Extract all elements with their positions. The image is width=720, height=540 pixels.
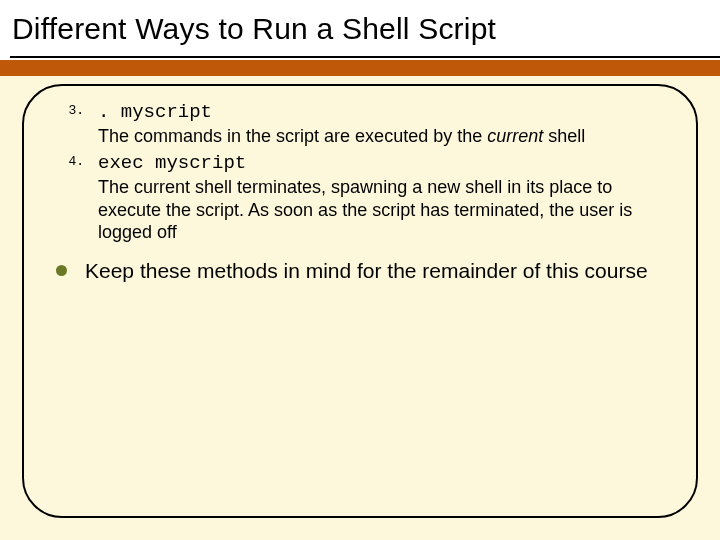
description-text: The current shell terminates, spawning a… — [98, 177, 632, 242]
bullet-text: Keep these methods in mind for the remai… — [85, 258, 648, 284]
list-item: 4. exec myscript The current shell termi… — [52, 151, 668, 243]
numbered-list: 3. . myscript The commands in the script… — [52, 100, 668, 244]
desc-em: current — [487, 126, 543, 146]
title-underline — [10, 56, 720, 58]
desc-pre: The current shell terminates, spawning a… — [98, 177, 632, 242]
bullet-item: Keep these methods in mind for the remai… — [52, 258, 668, 284]
list-number: 4. — [52, 151, 98, 169]
desc-post: shell — [543, 126, 585, 146]
desc-pre: The commands in the script are executed … — [98, 126, 487, 146]
list-item: 3. . myscript The commands in the script… — [52, 100, 668, 147]
content-box: 3. . myscript The commands in the script… — [22, 84, 698, 518]
slide: Different Ways to Run a Shell Script 3. … — [0, 0, 720, 540]
list-content: exec myscript The current shell terminat… — [98, 151, 668, 243]
list-content: . myscript The commands in the script ar… — [98, 100, 668, 147]
slide-title: Different Ways to Run a Shell Script — [12, 12, 496, 46]
bullet-icon — [56, 265, 67, 276]
list-number: 3. — [52, 100, 98, 118]
accent-line — [0, 72, 720, 76]
command-text: . myscript — [98, 101, 212, 123]
command-text: exec myscript — [98, 152, 246, 174]
description-text: The commands in the script are executed … — [98, 126, 585, 146]
